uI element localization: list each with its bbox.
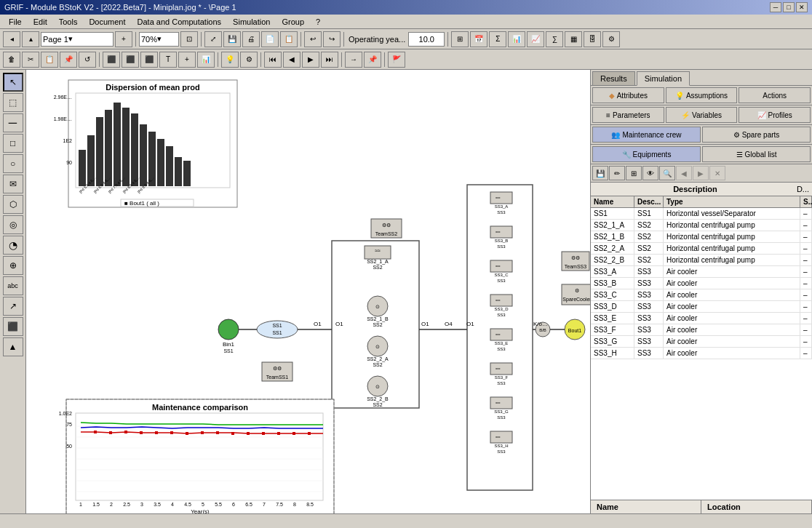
align-center[interactable]: ⬛ bbox=[122, 52, 139, 68]
arrow-btn[interactable]: → bbox=[345, 52, 362, 68]
next-page[interactable]: ▶ bbox=[302, 52, 319, 68]
tab-results[interactable]: Results bbox=[592, 71, 635, 85]
pt-filter[interactable]: ⊞ bbox=[626, 166, 642, 180]
table-row[interactable]: SS1 SS1 Horizontal vessel/Separator – bbox=[591, 208, 812, 220]
undo-button[interactable]: ↩ bbox=[304, 31, 322, 47]
zoom-fit-button[interactable]: ⊡ bbox=[180, 31, 198, 47]
fill-tool[interactable]: ⬛ bbox=[3, 317, 23, 336]
tb-btn-1[interactable]: ⤢ bbox=[204, 31, 222, 47]
table-row[interactable]: SS3_B SS3 Air cooler – bbox=[591, 278, 812, 289]
tb-cal[interactable]: 📅 bbox=[470, 31, 487, 47]
menu-edit[interactable]: Edit bbox=[28, 16, 53, 28]
redo-button[interactable]: ↪ bbox=[323, 31, 341, 47]
tb-btn-3[interactable]: 🖨 bbox=[242, 31, 260, 47]
menu-tools[interactable]: Tools bbox=[53, 16, 84, 28]
pt-search[interactable]: 🔍 bbox=[659, 166, 675, 180]
actions-button[interactable]: Actions bbox=[739, 87, 811, 103]
tab-simulation[interactable]: Simulation bbox=[637, 71, 690, 86]
pt-save[interactable]: 💾 bbox=[592, 166, 608, 180]
canvas-area[interactable]: Dispersion of mean prod 2.96E… 1.98E… 1E… bbox=[26, 70, 590, 513]
table-row[interactable]: SS3_C SS3 Air cooler – bbox=[591, 289, 812, 301]
nav-back-button[interactable]: ◂ bbox=[3, 31, 20, 47]
table-row[interactable]: SS2_2_B SS2 Horizontal centrifugal pump … bbox=[591, 255, 812, 266]
tb-btn-5[interactable]: 📋 bbox=[280, 31, 298, 47]
refresh-button[interactable]: ↺ bbox=[79, 52, 96, 68]
tb-chart1[interactable]: 📊 bbox=[508, 31, 525, 47]
settings-btn[interactable]: ⚙ bbox=[240, 52, 258, 68]
align-right[interactable]: ⬛ bbox=[140, 52, 158, 68]
line-tool[interactable]: ─ bbox=[3, 113, 23, 132]
variables-button[interactable]: ⚡ Variables bbox=[666, 107, 738, 123]
flag-btn[interactable]: 🚩 bbox=[388, 52, 405, 68]
minimize-button[interactable]: ─ bbox=[770, 2, 781, 12]
prev-page[interactable]: ◀ bbox=[283, 52, 300, 68]
pt-edit[interactable]: ✏ bbox=[609, 166, 625, 180]
rect-tool[interactable]: □ bbox=[3, 134, 23, 153]
select-tool[interactable]: ↖ bbox=[3, 73, 23, 92]
table-row[interactable]: SS3_D SS3 Air cooler – bbox=[591, 301, 812, 313]
text-btn[interactable]: T bbox=[159, 52, 177, 68]
arrow-diag-tool[interactable]: ↗ bbox=[3, 297, 23, 316]
cut-button[interactable]: ✂ bbox=[22, 52, 39, 68]
circle-tool[interactable]: ◎ bbox=[3, 215, 23, 234]
paste-button[interactable]: 📌 bbox=[60, 52, 77, 68]
bulb-btn[interactable]: 💡 bbox=[221, 52, 239, 68]
hex-tool[interactable]: ⬡ bbox=[3, 195, 23, 214]
ellipse-tool[interactable]: ○ bbox=[3, 154, 23, 173]
triangle-tool[interactable]: ▲ bbox=[3, 337, 23, 356]
profiles-button[interactable]: 📈 Profiles bbox=[739, 107, 811, 123]
pt-eye[interactable]: 👁 bbox=[642, 166, 658, 180]
pie-chart-tool[interactable]: ◔ bbox=[3, 236, 23, 255]
attributes-button[interactable]: ◆ Attributes bbox=[592, 87, 664, 103]
draw-tool[interactable]: ⬚ bbox=[3, 93, 23, 112]
zoom-dropdown[interactable]: 70%▾ bbox=[139, 32, 179, 47]
copy-button[interactable]: 📋 bbox=[41, 52, 58, 68]
last-page[interactable]: ⏭ bbox=[321, 52, 338, 68]
parameters-button[interactable]: ≡ Parameters bbox=[592, 107, 664, 123]
table-row[interactable]: SS3_H SS3 Air cooler – bbox=[591, 348, 812, 359]
menu-simulation[interactable]: Simulation bbox=[227, 16, 276, 28]
global-list-button[interactable]: ☰ Global list bbox=[702, 146, 811, 162]
table-row[interactable]: SS2_2_A SS2 Horizontal centrifugal pump … bbox=[591, 243, 812, 255]
menu-help[interactable]: ? bbox=[310, 16, 326, 28]
menu-file[interactable]: File bbox=[3, 16, 28, 28]
menu-data[interactable]: Data and Computations bbox=[132, 16, 228, 28]
maintenance-crew-button[interactable]: 👥 Maintenance crew bbox=[592, 127, 701, 143]
tb-sigma[interactable]: Σ bbox=[489, 31, 506, 47]
table-row[interactable]: SS3_F SS3 Air cooler – bbox=[591, 324, 812, 336]
cross-tool[interactable]: ⊕ bbox=[3, 256, 23, 275]
nav-forward-button[interactable]: ▴ bbox=[22, 31, 39, 47]
table-row[interactable]: SS3_E SS3 Air cooler – bbox=[591, 313, 812, 324]
tb-grid[interactable]: ⊞ bbox=[451, 31, 469, 47]
table-row[interactable]: SS2_1_B SS2 Horizontal centrifugal pump … bbox=[591, 231, 812, 243]
equipment-table[interactable]: Name Desc... Type S... SS1 SS1 Horizonta… bbox=[591, 196, 812, 500]
tb-chart2[interactable]: 📈 bbox=[527, 31, 544, 47]
tb-btn-2[interactable]: 💾 bbox=[223, 31, 241, 47]
first-page[interactable]: ⏮ bbox=[264, 52, 282, 68]
tb-btn-4[interactable]: 📄 bbox=[261, 31, 279, 47]
table-row[interactable]: SS2_1_A SS2 Horizontal centrifugal pump … bbox=[591, 220, 812, 231]
add-page-button[interactable]: + bbox=[115, 31, 132, 47]
close-button[interactable]: ✕ bbox=[796, 2, 808, 12]
spare-parts-button[interactable]: ⚙ Spare parts bbox=[702, 127, 811, 143]
assumptions-button[interactable]: 💡 Assumptions bbox=[666, 87, 738, 103]
table-row[interactable]: SS3_A SS3 Air cooler – bbox=[591, 266, 812, 278]
abc-tool[interactable]: abc bbox=[3, 276, 23, 295]
equipments-button[interactable]: 🔧 Equipments bbox=[592, 146, 701, 162]
tb-extra[interactable]: ⚙ bbox=[602, 31, 620, 47]
plus-btn[interactable]: + bbox=[178, 52, 196, 68]
align-left[interactable]: ⬛ bbox=[103, 52, 120, 68]
page-dropdown[interactable]: Page 1▾ bbox=[41, 32, 114, 47]
menu-group[interactable]: Group bbox=[276, 16, 310, 28]
tb-filter[interactable]: ▦ bbox=[565, 31, 582, 47]
table-row[interactable]: SS3_G SS3 Air cooler – bbox=[591, 336, 812, 348]
mail-tool[interactable]: ✉ bbox=[3, 175, 23, 193]
bar-chart-btn[interactable]: 📊 bbox=[197, 52, 215, 68]
pin-btn[interactable]: 📌 bbox=[364, 52, 381, 68]
tb-data[interactable]: 🗄 bbox=[584, 31, 601, 47]
delete-button[interactable]: 🗑 bbox=[3, 52, 20, 68]
tb-sum[interactable]: ∑ bbox=[546, 31, 563, 47]
operating-value-input[interactable] bbox=[408, 32, 445, 47]
maximize-button[interactable]: □ bbox=[783, 2, 795, 12]
menu-document[interactable]: Document bbox=[83, 16, 131, 28]
